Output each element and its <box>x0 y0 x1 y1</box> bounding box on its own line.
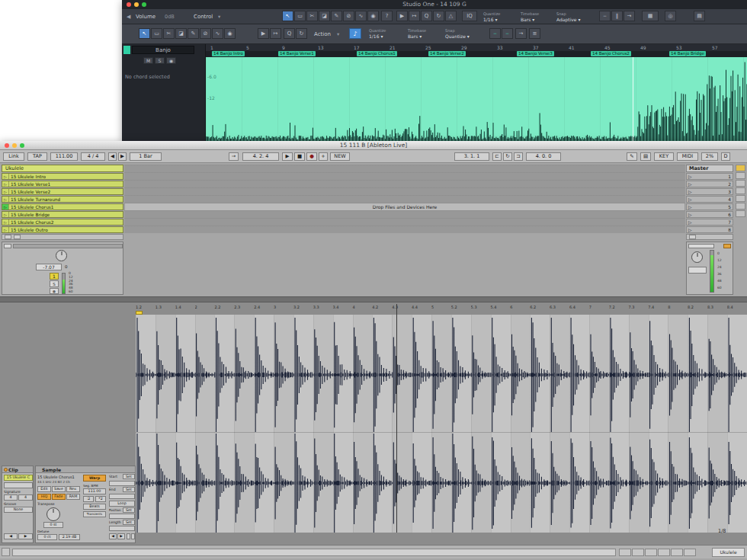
track-header-ukulele[interactable]: Ukulele <box>2 165 123 172</box>
solo-cue-button[interactable] <box>723 244 731 248</box>
clip-launch-icon[interactable]: ▷ <box>2 219 9 225</box>
song-marker[interactable]: 14 Banjo Verse1 <box>278 51 316 56</box>
bbar-segment-2[interactable] <box>632 549 644 556</box>
gain-value[interactable]: 2.19 dB <box>59 534 80 540</box>
bars-toggle[interactable]: ‖ <box>611 11 623 21</box>
zoom-tool-button[interactable]: Q <box>284 28 295 39</box>
scene-slot[interactable]: ▷ 2 <box>686 181 733 187</box>
bbar-segment-1[interactable] <box>619 549 631 556</box>
metronome-button[interactable]: △ <box>445 11 457 21</box>
overdub-button[interactable]: + <box>319 152 328 161</box>
split-tool[interactable]: ✂ <box>306 11 318 21</box>
bbar-segment-4[interactable] <box>658 549 670 556</box>
bbar-segment-3[interactable] <box>645 549 657 556</box>
session-drop-area[interactable] <box>124 165 685 233</box>
loop-button[interactable]: ↻ <box>433 11 444 21</box>
playhead[interactable] <box>633 57 633 141</box>
track-name-dropdown[interactable]: Banjo <box>132 46 194 54</box>
detune-value[interactable]: 0 ct <box>37 534 57 540</box>
grid-view-button[interactable]: ▦ <box>642 11 659 21</box>
scene-slot[interactable]: ▷ 4 <box>686 196 733 203</box>
clip-slot[interactable]: ▷ 15 Ukulele Verse2 <box>2 188 123 195</box>
nudge-forward-button[interactable]: ▶ <box>18 533 33 539</box>
returns-toggle[interactable] <box>736 180 745 187</box>
master-delay-box[interactable] <box>688 244 714 248</box>
detail-view-toggle[interactable] <box>2 548 10 556</box>
io-toggle[interactable] <box>736 165 745 171</box>
paint-tool[interactable]: ✎ <box>331 11 342 21</box>
monitor-icon[interactable]: ◉ <box>166 57 176 64</box>
delay-toggle[interactable] <box>736 195 745 202</box>
clip-slot[interactable]: ▷ 15 Ukulele Outro <box>2 226 123 233</box>
snap-toggle-1[interactable]: ‒ <box>489 28 501 39</box>
track-select-button[interactable]: Ukulele <box>712 548 745 557</box>
marker-lane[interactable]: 14 Banjo Intro14 Banjo Verse114 Banjo Ch… <box>206 51 747 57</box>
scene-launch-icon[interactable]: ▷ <box>688 213 691 217</box>
scene-slot[interactable]: ▷ 8 <box>686 226 733 233</box>
master-track-header[interactable]: Master <box>686 165 733 172</box>
quantize-dropdown[interactable]: Quantize 1/16 ▾ <box>482 11 517 24</box>
arrow-right-toggle[interactable]: → <box>515 28 527 39</box>
skip-button[interactable]: ↦ <box>409 11 420 21</box>
end-value[interactable] <box>109 494 135 499</box>
warp-button[interactable]: Warp <box>83 475 106 482</box>
scene-launch-icon[interactable]: ▷ <box>688 182 691 187</box>
save-button[interactable]: Save <box>52 486 66 492</box>
bbar-segment-5[interactable] <box>671 549 683 556</box>
zoom-out-button[interactable] <box>127 533 130 539</box>
clip-playhead[interactable] <box>396 304 397 533</box>
scene-launch-icon[interactable]: ▷ <box>688 197 691 202</box>
song-marker[interactable]: 14 Banjo Chorus2 <box>591 51 631 56</box>
new-button[interactable]: NEW <box>330 152 350 161</box>
clip-launch-icon[interactable]: ▷ <box>2 189 9 194</box>
quantize-dropdown[interactable]: Quantize 1/16 ▾ <box>367 27 404 40</box>
range-tool[interactable]: ▭ <box>294 11 306 21</box>
bend-tool[interactable]: ∿ <box>212 28 223 39</box>
clip-launch-icon[interactable]: ▷ <box>2 181 9 187</box>
scene-launch-icon[interactable]: ▷ <box>688 228 691 232</box>
song-marker[interactable]: 14 Banjo Verse2 <box>428 51 466 56</box>
close-icon[interactable] <box>5 143 9 148</box>
nudge-back-button[interactable]: ◀ <box>4 533 18 539</box>
mute-tool[interactable]: ⊘ <box>200 28 211 39</box>
ram-toggle[interactable]: RAM <box>66 494 80 500</box>
punch-out-button[interactable]: ⊐ <box>514 152 523 161</box>
zoom-window-icon[interactable] <box>142 2 146 7</box>
arm-button[interactable]: ● <box>50 288 59 294</box>
range-tool[interactable]: ▭ <box>151 28 162 39</box>
seg-bpm-value[interactable]: 111.00 <box>83 488 106 494</box>
play-button[interactable]: ▶ <box>282 152 293 161</box>
snap-dropdown[interactable]: Snap Quantize ▾ <box>444 27 483 40</box>
loop-button[interactable]: ↻ <box>296 28 307 39</box>
nudge-down-button[interactable]: ◀ <box>108 152 117 161</box>
arrow-tool[interactable]: ↖ <box>139 28 150 39</box>
follow-button[interactable]: → <box>229 152 239 161</box>
stop-clip-button[interactable] <box>14 235 21 239</box>
master-pan-knob[interactable] <box>691 251 703 263</box>
listen-tool[interactable]: ◉ <box>367 11 379 21</box>
hiq-toggle[interactable]: HiQ <box>37 494 51 500</box>
edit-button[interactable]: Edit <box>37 486 51 492</box>
bend-tool[interactable]: ∿ <box>355 11 367 21</box>
loop-nudge-right[interactable]: ▶ <box>117 533 125 539</box>
paint-tool[interactable]: ✎ <box>188 28 199 39</box>
song-marker[interactable]: 14 Banjo Chorus1 <box>357 51 397 56</box>
mute-button[interactable]: M <box>143 57 153 64</box>
half-tempo-button[interactable]: :2 <box>83 496 94 502</box>
scene-slot[interactable]: ▷ 6 <box>686 211 733 218</box>
transpose-value[interactable]: 0 st <box>43 522 63 528</box>
timeline-ruler[interactable]: 15913172125293337414549535761 <box>206 44 747 51</box>
warp-mode-chooser[interactable]: Beats <box>83 504 106 510</box>
bbar-segment-6[interactable] <box>684 549 696 556</box>
transpose-knob[interactable] <box>46 507 60 521</box>
length-value[interactable] <box>109 526 135 531</box>
play-button[interactable]: ▶ <box>258 28 269 39</box>
song-marker[interactable]: 14 Banjo Intro <box>212 51 245 56</box>
nudge-up-button[interactable]: ▶ <box>118 152 127 161</box>
scene-launch-icon[interactable]: ▷ <box>688 174 691 179</box>
clip-slot[interactable]: ▷ 15 Ukulele Intro <box>2 173 123 180</box>
arrangement-waveform[interactable]: -6.0 -12 <box>206 57 747 141</box>
menu-button[interactable]: ≡ <box>529 28 540 39</box>
clip-launch-icon[interactable]: ▷ <box>2 204 9 210</box>
position-set-button[interactable]: Set <box>123 507 135 513</box>
